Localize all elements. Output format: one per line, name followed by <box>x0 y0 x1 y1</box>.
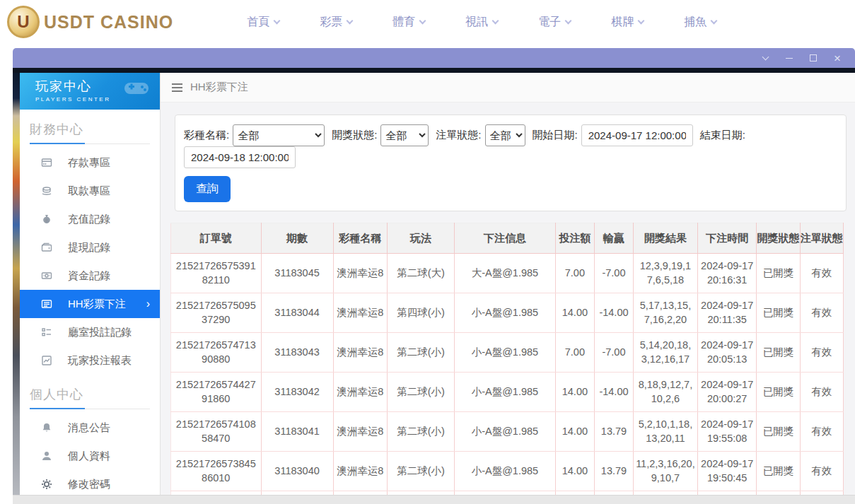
cell-period: 31183045 <box>261 254 333 293</box>
section-label: 個人中心 <box>30 387 83 402</box>
window-maximize-button[interactable] <box>805 51 821 65</box>
sidebar-item-funds-record[interactable]: 資金記錄 <box>20 262 160 290</box>
recharge-record-icon: $ <box>41 213 52 225</box>
withdraw-icon <box>41 185 52 197</box>
cell-lottery-name: 澳洲幸运8 <box>333 373 388 412</box>
page-title: HH彩票下注 <box>190 81 248 94</box>
cell-order-status: 有效 <box>800 412 843 452</box>
cell-win-loss: -14.00 <box>594 293 633 333</box>
cell-win-loss: 13.79 <box>594 412 633 452</box>
nav-item-sports[interactable]: 體育 <box>390 9 428 35</box>
order-status-select[interactable]: 全部 <box>485 124 525 146</box>
brand-logo[interactable]: U USDT CASINO <box>7 6 173 38</box>
cell-play-type: 第二球(小) <box>388 452 455 491</box>
cell-bet-time: 2024-09-17 20:05:13 <box>697 333 757 373</box>
cell-win-loss: -7.00 <box>594 254 633 293</box>
sidebar-item-label: 玩家投注報表 <box>68 354 132 368</box>
sidebar-item-withdrawal-record[interactable]: 提現記錄 <box>20 233 160 262</box>
window-titlebar[interactable]: × <box>13 48 855 68</box>
start-date-label: 開始日期: <box>533 129 578 142</box>
window-collapse-button[interactable] <box>757 51 773 65</box>
col-play-type: 玩法 <box>388 223 455 254</box>
table-row: 2152172657442791860 31183042 澳洲幸运8 第二球(小… <box>171 373 844 412</box>
col-order-status: 注單狀態 <box>800 223 843 254</box>
sidebar-subtitle: PLAYERS CENTER <box>35 96 160 102</box>
cell-lottery-name: 澳洲幸运8 <box>333 293 388 333</box>
nav-item-home[interactable]: 首頁 <box>244 9 282 35</box>
sidebar-item-room-bet-record[interactable]: 廳室投註記錄 <box>20 318 160 346</box>
deposit-icon <box>41 157 52 168</box>
cell-lottery-name: 澳洲幸运8 <box>333 254 388 293</box>
nav-item-video[interactable]: 視訊 <box>463 9 501 35</box>
window-close-button[interactable]: × <box>830 51 845 65</box>
lottery-name-select[interactable]: 全部 <box>233 124 325 146</box>
cell-draw-result: 12,3,9,19,17,6,5,18 <box>634 254 698 293</box>
nav-label: 電子 <box>538 15 561 30</box>
cell-order-number: 2152172657509537290 <box>171 293 262 333</box>
cell-play-type: 第二球(小) <box>388 412 455 452</box>
end-date-input[interactable] <box>184 146 296 168</box>
table-header-row: 訂單號 期數 彩種名稱 玩法 下注信息 投注額 輸贏 開獎結果 下注時間 開獎狀… <box>171 223 844 254</box>
cell-bet-amount: 7.00 <box>555 254 594 293</box>
cell-play-type: 第四球(小) <box>388 293 455 333</box>
order-status-label: 注單狀態: <box>436 129 481 142</box>
col-bet-info: 下注信息 <box>454 223 555 254</box>
gamepad-icon <box>123 78 150 97</box>
cell-play-type: 第二球(大) <box>388 254 455 293</box>
start-date-input[interactable] <box>581 124 693 146</box>
cell-bet-info: 小-A盤@1.985 <box>454 452 555 491</box>
cell-draw-status: 已開獎 <box>757 254 800 293</box>
cell-draw-result: 11,2,3,16,20,9,10,7 <box>634 452 698 491</box>
lottery-name-label: 彩種名稱: <box>184 129 229 142</box>
sidebar-item-deposit[interactable]: 存款專區 <box>20 148 160 177</box>
cell-win-loss: 13.79 <box>594 452 633 491</box>
sidebar-item-label: 充值記錄 <box>68 213 110 226</box>
cell-bet-time: 2024-09-17 20:11:35 <box>697 293 757 333</box>
table-row: 2152172657410858470 31183041 澳洲幸运8 第二球(小… <box>171 412 844 452</box>
nav-item-electronic[interactable]: 電子 <box>535 9 574 35</box>
draw-status-label: 開獎狀態: <box>332 129 377 142</box>
sidebar-item-label: 存款專區 <box>68 156 110 170</box>
menu-icon[interactable] <box>172 83 182 92</box>
cell-bet-amount: 14.00 <box>555 452 594 491</box>
sidebar-item-player-bet-report[interactable]: 玩家投注報表 <box>20 346 160 375</box>
nav-item-fishing[interactable]: 捕魚 <box>681 9 719 35</box>
main-panel: HH彩票下注 彩種名稱: 全部 開獎狀態: 全部 注單狀態: 全部 開始日期: … <box>161 73 855 504</box>
bell-icon <box>41 422 52 433</box>
horizontal-scrollbar[interactable] <box>13 495 855 504</box>
cell-bet-time: 2024-09-17 19:50:45 <box>697 452 757 491</box>
nav-item-lottery[interactable]: 彩票 <box>317 9 355 35</box>
sidebar-item-change-password[interactable]: 修改密碼 <box>20 470 160 498</box>
sidebar-item-withdraw[interactable]: 取款專區 <box>20 177 160 205</box>
chevron-down-icon <box>711 17 718 24</box>
cell-bet-info: 小-A盤@1.985 <box>454 412 555 452</box>
window-minimize-button[interactable] <box>781 51 797 65</box>
chevron-down-icon <box>419 17 426 24</box>
player-center-window: × 玩家中心 PLAYERS CENTER 財務中心 存款專區 <box>13 48 855 504</box>
cell-bet-info: 大-A盤@1.985 <box>454 254 555 293</box>
draw-status-select[interactable]: 全部 <box>380 124 429 146</box>
main-nav: 首頁 彩票 體育 視訊 電子 棋牌 捕魚 <box>244 9 719 35</box>
cell-period: 31183041 <box>261 412 333 452</box>
breadcrumb: HH彩票下注 <box>161 73 855 102</box>
sidebar-item-announcements[interactable]: 消息公告 <box>20 414 160 442</box>
search-button[interactable]: 查詢 <box>184 176 231 202</box>
sidebar: 玩家中心 PLAYERS CENTER 財務中心 存款專區 取款專區 <box>20 73 161 504</box>
cell-draw-result: 5,2,10,1,18,13,20,11 <box>634 412 698 452</box>
table-row: 2152172657471390880 31183043 澳洲幸运8 第二球(小… <box>171 333 844 373</box>
sidebar-item-hh-lottery-bet[interactable]: HH彩票下注 › <box>20 290 160 318</box>
room-bet-record-icon <box>41 327 52 338</box>
cell-bet-amount: 14.00 <box>555 373 594 412</box>
cell-order-number: 2152172657442791860 <box>171 373 262 412</box>
cell-bet-time: 2024-09-17 20:00:27 <box>697 373 757 412</box>
nav-item-chess[interactable]: 棋牌 <box>608 9 646 35</box>
sidebar-item-label: 提現記錄 <box>68 241 110 254</box>
col-order-number: 訂單號 <box>171 223 262 254</box>
cell-order-number: 2152172657384586010 <box>171 452 262 491</box>
sidebar-item-label: 修改密碼 <box>68 478 110 491</box>
sidebar-item-profile[interactable]: 個人資料 <box>20 442 160 470</box>
cell-order-status: 有效 <box>800 293 843 333</box>
cell-order-status: 有效 <box>800 452 843 491</box>
table-row: 2152172657509537290 31183044 澳洲幸运8 第四球(小… <box>171 293 844 333</box>
sidebar-item-recharge-record[interactable]: $ 充值記錄 <box>20 205 160 233</box>
